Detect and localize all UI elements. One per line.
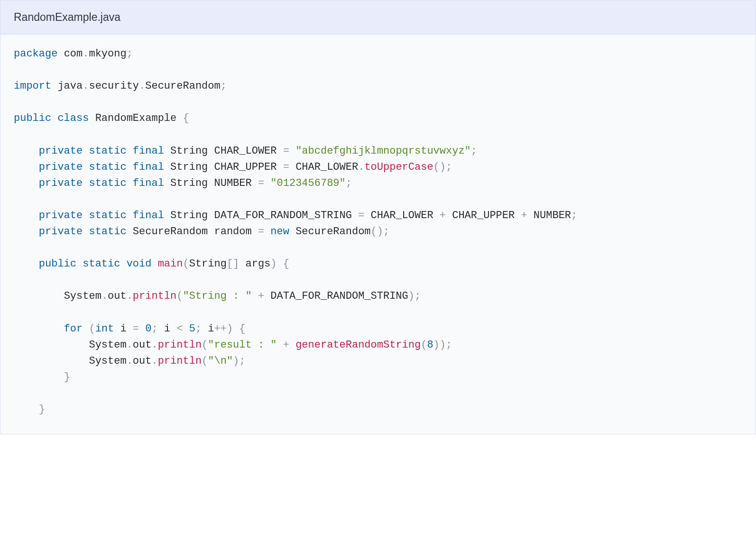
kw-static: static (89, 177, 126, 189)
pkg-securerandom: SecureRandom (145, 80, 220, 92)
semi: ; (195, 323, 202, 335)
eq: = (258, 226, 264, 238)
pkg-java: java (57, 80, 83, 92)
code-title: RandomExample.java (0, 0, 756, 35)
plus: + (258, 290, 264, 302)
ref-char-lower: CHAR_LOWER (371, 210, 433, 221)
indent (14, 323, 64, 335)
var-i: i (120, 323, 126, 335)
ref-system: System (89, 339, 126, 351)
indent (14, 258, 39, 270)
rparen: ) (433, 339, 440, 351)
brace-close: } (64, 371, 70, 383)
ctor-securerandom: SecureRandom (295, 226, 370, 238)
rparen: ) (440, 339, 446, 351)
const-char-lower: CHAR_LOWER (214, 145, 277, 157)
kw-void: void (127, 258, 152, 270)
inc: ++ (214, 323, 227, 335)
semi: ; (446, 161, 452, 173)
kw-class: class (57, 112, 89, 124)
eq: = (283, 145, 289, 157)
field-random: random (214, 226, 252, 238)
kw-private: private (39, 145, 83, 157)
dot: . (151, 339, 157, 351)
indent (14, 371, 64, 383)
type-securerandom: SecureRandom (133, 226, 208, 238)
indent (14, 145, 39, 157)
kw-static: static (89, 210, 126, 221)
call-println: println (133, 290, 176, 302)
dot: . (101, 290, 108, 302)
type-string: String (170, 177, 208, 189)
pkg-security: security (89, 80, 139, 92)
indent (14, 290, 64, 302)
kw-public: public (14, 112, 51, 124)
semi: ; (239, 355, 245, 367)
semi: ; (151, 323, 157, 335)
eq: = (358, 210, 364, 221)
semi: ; (571, 210, 577, 221)
call-generaterandomstring: generateRandomString (295, 339, 421, 351)
lparen: ( (176, 290, 183, 302)
dot: . (127, 355, 133, 367)
rparen: ) (227, 323, 233, 335)
ref-out: out (108, 290, 127, 302)
kw-static: static (89, 145, 126, 157)
kw-final: final (133, 161, 164, 173)
brace-close: } (39, 404, 45, 415)
ref-system: System (89, 355, 126, 367)
plus: + (283, 339, 289, 351)
kw-package: package (14, 48, 57, 60)
plus: + (521, 210, 527, 221)
ref-out: out (133, 339, 152, 351)
ref-char-upper: CHAR_UPPER (452, 210, 515, 221)
str-alphabet-lower: "abcdefghijklmnopqrstuvwxyz" (295, 145, 471, 157)
kw-int: int (95, 323, 114, 335)
kw-static: static (83, 258, 120, 270)
rparen: ) (233, 355, 239, 367)
const-char-upper: CHAR_UPPER (214, 161, 277, 173)
dot: . (83, 48, 89, 60)
arg-args: args (246, 258, 271, 270)
pkg-mkyong: mkyong (89, 48, 126, 60)
const-data-for-random-string: DATA_FOR_RANDOM_STRING (214, 210, 352, 221)
indent (14, 355, 89, 367)
kw-private: private (39, 161, 83, 173)
ref-out: out (133, 355, 152, 367)
pkg-com: com (64, 48, 83, 60)
call-touppercase: toUpperCase (364, 161, 433, 173)
brace: { (239, 323, 245, 335)
lt: < (176, 323, 183, 335)
dot: . (139, 80, 145, 92)
semi: ; (383, 226, 389, 238)
lparen: ( (202, 339, 208, 351)
type-string: String (170, 145, 208, 157)
indent (14, 226, 39, 238)
dot: . (83, 80, 89, 92)
rparen: ) (408, 290, 415, 302)
kw-import: import (14, 80, 51, 92)
indent (14, 161, 39, 173)
kw-for: for (64, 323, 83, 335)
eq: = (283, 161, 289, 173)
lit-0: 0 (145, 323, 151, 335)
method-main: main (158, 258, 183, 270)
ref-number: NUMBER (534, 210, 571, 221)
indent (14, 177, 39, 189)
dot: . (358, 161, 364, 173)
kw-final: final (133, 210, 164, 221)
lparen: ( (89, 323, 95, 335)
brace: { (183, 112, 189, 124)
lparen: ( (183, 258, 189, 270)
str-string-label: "String : " (183, 290, 251, 302)
kw-private: private (39, 210, 83, 221)
var-i: i (164, 323, 170, 335)
parens: () (433, 161, 446, 173)
lit-5: 5 (189, 323, 195, 335)
call-println: println (158, 355, 202, 367)
code-block: RandomExample.java package com.mkyong; i… (0, 0, 756, 434)
str-result-label: "result : " (208, 339, 277, 351)
kw-final: final (133, 177, 164, 189)
plus: + (440, 210, 446, 221)
lit-8: 8 (427, 339, 433, 351)
